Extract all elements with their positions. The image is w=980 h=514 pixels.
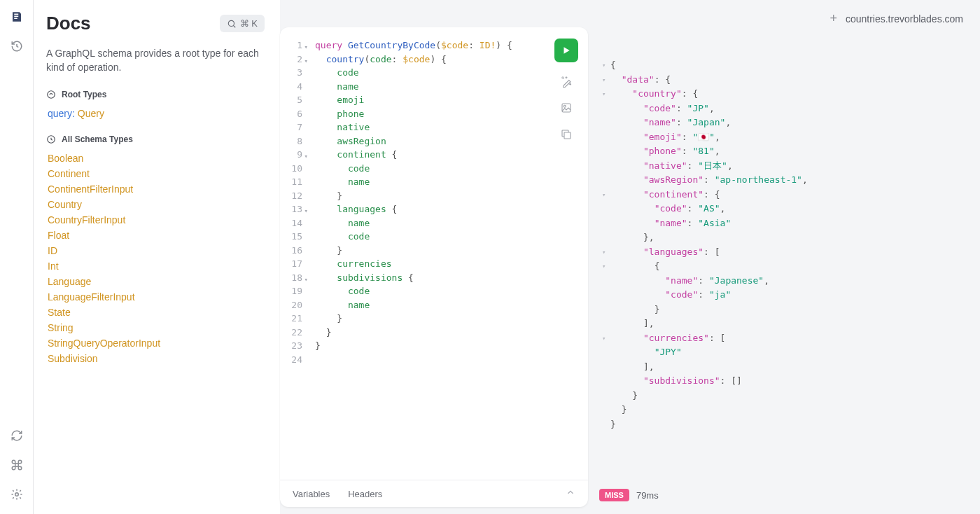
svg-point-2 bbox=[48, 91, 55, 99]
schema-type-item[interactable]: Country bbox=[48, 199, 265, 210]
root-type-query[interactable]: query: Query bbox=[46, 108, 265, 119]
root-types-header[interactable]: Root Types bbox=[46, 90, 265, 99]
svg-point-1 bbox=[228, 20, 234, 26]
add-tab-icon[interactable]: + bbox=[830, 11, 837, 26]
response-panel: ▾{▾ "data": {▾ "country": { "code": "JP"… bbox=[596, 27, 973, 507]
chevron-up-icon[interactable] bbox=[566, 487, 575, 500]
history-icon[interactable] bbox=[10, 39, 24, 53]
schema-type-item[interactable]: Boolean bbox=[48, 153, 265, 164]
schema-type-item[interactable]: StringQueryOperatorInput bbox=[48, 338, 265, 349]
shortcut-icon[interactable] bbox=[10, 458, 24, 472]
cache-badge: MISS bbox=[599, 489, 629, 501]
schema-type-item[interactable]: Float bbox=[48, 230, 265, 241]
schema-type-item[interactable]: Continent bbox=[48, 168, 265, 179]
docs-title: Docs bbox=[46, 13, 91, 34]
execute-button[interactable] bbox=[554, 39, 578, 62]
search-button[interactable]: ⌘ K bbox=[220, 15, 265, 32]
docs-description: A GraphQL schema provides a root type fo… bbox=[46, 47, 265, 74]
editor-toolbar bbox=[554, 39, 578, 142]
icon-sidebar bbox=[0, 0, 34, 514]
copy-icon[interactable] bbox=[559, 127, 574, 142]
settings-icon[interactable] bbox=[10, 487, 24, 501]
svg-point-0 bbox=[15, 493, 18, 496]
schema-type-item[interactable]: ID bbox=[48, 245, 265, 256]
editor-footer: Variables Headers bbox=[280, 480, 588, 507]
variables-tab[interactable]: Variables bbox=[293, 489, 330, 499]
response-footer: MISS 79ms bbox=[596, 483, 973, 507]
merge-icon[interactable] bbox=[559, 100, 574, 116]
response-body[interactable]: ▾{▾ "data": {▾ "country": { "code": "JP"… bbox=[596, 27, 973, 483]
schema-type-item[interactable]: Language bbox=[48, 276, 265, 287]
schema-type-item[interactable]: Int bbox=[48, 261, 265, 272]
schema-type-item[interactable]: LanguageFilterInput bbox=[48, 291, 265, 303]
query-editor: 1▾2▾3456789▾10111213▾1415161718▾19202122… bbox=[280, 27, 588, 507]
response-timing: 79ms bbox=[636, 490, 659, 501]
search-shortcut: ⌘ K bbox=[240, 18, 258, 29]
refresh-icon[interactable] bbox=[10, 429, 24, 443]
schema-type-item[interactable]: ContinentFilterInput bbox=[48, 183, 265, 195]
svg-rect-4 bbox=[562, 104, 570, 112]
schema-type-item[interactable]: State bbox=[48, 307, 265, 318]
docs-icon[interactable] bbox=[10, 10, 24, 24]
endpoint-label[interactable]: countries.trevorblades.com bbox=[846, 13, 963, 25]
all-schema-types-header[interactable]: All Schema Types bbox=[46, 134, 265, 144]
svg-point-5 bbox=[564, 105, 566, 107]
editor-body[interactable]: 1▾2▾3456789▾10111213▾1415161718▾19202122… bbox=[280, 27, 588, 480]
main-area: + countries.trevorblades.com 1▾2▾3456789… bbox=[280, 0, 980, 514]
schema-type-item[interactable]: Subdivision bbox=[48, 353, 265, 364]
headers-tab[interactable]: Headers bbox=[348, 489, 382, 499]
top-bar: + countries.trevorblades.com bbox=[280, 7, 973, 27]
schema-type-item[interactable]: String bbox=[48, 322, 265, 333]
schema-type-item[interactable]: CountryFilterInput bbox=[48, 214, 265, 225]
docs-panel: Docs ⌘ K A GraphQL schema provides a roo… bbox=[34, 0, 280, 514]
prettify-icon[interactable] bbox=[559, 74, 574, 89]
schema-type-list: BooleanContinentContinentFilterInputCoun… bbox=[46, 153, 265, 364]
svg-rect-6 bbox=[564, 132, 570, 139]
